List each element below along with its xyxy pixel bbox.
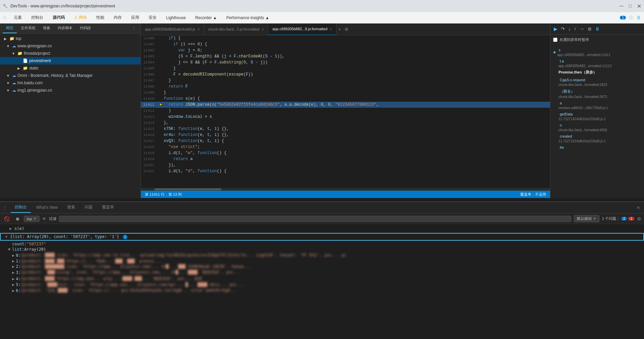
resume-btn[interactable]: ▶ — [553, 26, 558, 32]
recorder-btn[interactable]: Recorder ▲ — [193, 15, 220, 21]
tree-label-omni: Omni - Bookmark, History, & Tab Manager — [17, 73, 93, 78]
cursor-position: 第 11411 行，第 13 列 — [145, 192, 182, 197]
memory-btn[interactable]: 内存 — [111, 14, 124, 21]
exception-label: 在遇到异常时暂停 — [559, 37, 589, 42]
line-num: 11405 — [141, 65, 158, 71]
sources-btn[interactable]: 源代码 — [50, 14, 67, 21]
item5-expand[interactable]: ▶ — [12, 282, 14, 287]
step-btn[interactable]: → — [579, 26, 585, 32]
tab-webpage[interactable]: 网页 — [3, 23, 17, 33]
tab3-close[interactable]: ✕ — [329, 27, 332, 31]
array-item-0: ▶ 0: {product: ████ icon: 'https://amp.c… — [4, 252, 640, 258]
maximize-btn[interactable]: □ — [629, 3, 632, 9]
item4-expand[interactable]: ▶ — [12, 277, 14, 281]
item1-expand[interactable]: ▶ — [12, 259, 14, 263]
eye-icon[interactable]: 👁 — [42, 216, 46, 221]
console-output[interactable]: ▶ s(e) ▼ {list: Array(20), count: '50723… — [0, 224, 644, 339]
line-num: 11421 — [141, 162, 158, 168]
pause-icon[interactable]: ⏸ — [636, 15, 641, 21]
code-area[interactable]: 11400 if) { 11401 if (1 === 0) { 11402 v… — [141, 35, 550, 188]
expanded-result: count: "507237" ▼ list: Array(20) ▶ 0: {… — [0, 241, 644, 294]
settings-icon[interactable]: ⚙ — [629, 14, 633, 21]
result-expand-icon[interactable]: ▼ — [5, 235, 9, 239]
debug-buttons: ▶ ↷ ↓ ↑ → ⊘ ⏸ — [553, 26, 600, 32]
item6-expand[interactable]: ▶ — [12, 288, 14, 293]
tree-item-pinvestment[interactable]: 📄 pinvestment — [0, 57, 141, 64]
element-btn[interactable]: 元素 — [11, 14, 24, 21]
tab-filesystem[interactable]: 文件系统 — [17, 23, 39, 33]
tree-item-omni[interactable]: ▼ ☁ Omni - Bookmark, History, & Tab Mana… — [0, 72, 141, 79]
item0-label: 0: — [16, 253, 20, 258]
list-expand-icon[interactable]: ▼ — [8, 247, 12, 252]
tree-item-baidu[interactable]: ▼ ☁ hm.baidu.com — [0, 79, 141, 87]
tab-whatsnew[interactable]: What's New — [32, 203, 62, 212]
perf-insights-btn[interactable]: Performance insights ▲ — [224, 15, 272, 21]
pause-on-exception-btn[interactable]: ⏸ — [594, 26, 600, 32]
code-line: 11400 if) { — [141, 35, 550, 41]
console-close-btn[interactable]: ✕ — [635, 204, 641, 211]
scrollbar-thumb[interactable] — [154, 188, 221, 190]
item1-value: {product: ████ ███ https://... 76de... █… — [21, 259, 632, 263]
tree-item-domain[interactable]: ▼ ☁ www.qimingpian.cn — [0, 42, 141, 50]
editor-tab-1[interactable]: app.c689305b882ba8cfce69.js ✕ — [141, 23, 204, 35]
line-num: 11403 — [141, 53, 158, 59]
tree-item-project[interactable]: ▼ 📁 finosda/project — [0, 50, 141, 57]
line-num: 11416 — [141, 132, 158, 138]
tab-issues[interactable]: 问题 — [80, 202, 97, 213]
minimize-btn[interactable]: ─ — [620, 3, 623, 9]
tab-menu[interactable]: ⋮ — [130, 23, 138, 33]
refresh-icon[interactable]: ↻ — [3, 14, 7, 21]
console-btn[interactable]: 控制台 — [29, 14, 46, 21]
console-settings-icon[interactable]: ⋮ — [3, 205, 7, 210]
tab1-close[interactable]: ✕ — [197, 28, 200, 31]
editor-tab-2[interactable]: chunk-libs.0acb...5.js:formatted ✕ — [204, 23, 268, 35]
scope-name-getData: getData — [558, 111, 636, 117]
call-stack: ● s app.c689305b882...ormatted:11411 t.a… — [550, 45, 644, 152]
deactivate-btn[interactable]: ⊘ — [587, 26, 592, 32]
step-out-btn[interactable]: ↑ — [573, 26, 577, 32]
code-line-highlighted: 11411 ▶ return JSON.parse(o("5e5062e82f1… — [141, 102, 550, 108]
line-num: 11408 — [141, 84, 158, 90]
close-btn[interactable]: ✕ — [637, 3, 641, 9]
split-editor-btn[interactable]: ⊞ — [343, 27, 350, 32]
item3-expand[interactable]: ▶ — [12, 270, 14, 275]
log-level-selector[interactable]: 默认级别 ▼ — [574, 215, 599, 222]
scope-item-created: created 11.71271424afb16a152bd9.js:1 — [553, 133, 641, 144]
console-settings-gear[interactable]: ⚙ — [637, 216, 641, 222]
tab-overrides[interactable]: 替换 — [40, 23, 54, 33]
tab-overflow-btn[interactable]: » — [336, 27, 343, 32]
tab-console[interactable]: 控制台 — [11, 202, 31, 213]
list-row: ▼ list: Array(20) — [4, 247, 640, 252]
network-warning[interactable]: ⚠ 网络 — [71, 14, 90, 21]
application-btn[interactable]: 应用 — [128, 14, 142, 21]
tree-item-static[interactable]: ▶ 📁 static — [0, 64, 141, 72]
tree-item-top[interactable]: ▶ 📁 top — [0, 35, 141, 42]
performance-btn[interactable]: 性能 — [94, 14, 107, 21]
tab2-close[interactable]: ✕ — [261, 28, 264, 31]
tab-search[interactable]: 搜索 — [63, 202, 79, 213]
debug-controls-header: ▶ ↷ ↓ ↑ → ⊘ ⏸ — [550, 23, 644, 35]
line-num: 11419 — [141, 150, 158, 156]
tab-snippets[interactable]: 代码段 — [76, 23, 94, 33]
tree-label-project: finosda/project — [24, 51, 50, 56]
stop-recording-btn[interactable]: ⏺ — [14, 215, 21, 222]
step-over-btn[interactable]: ↷ — [560, 26, 566, 32]
item0-expand[interactable]: ▶ — [12, 253, 14, 258]
tab-coverage[interactable]: 覆盖率 — [98, 202, 118, 213]
filter-input[interactable] — [59, 216, 571, 222]
step-into-btn[interactable]: ↓ — [568, 26, 571, 32]
clear-console-btn[interactable]: 🚫 — [3, 215, 11, 222]
exception-checkbox[interactable] — [553, 38, 557, 42]
context-selector[interactable]: top ▼ — [24, 216, 40, 222]
tree-item-img1[interactable]: ▼ ☁ img1.qimingpian.cn — [0, 87, 141, 94]
code-line: 11415 x75K: function(e, t, i) {}, — [141, 126, 550, 132]
security-btn[interactable]: 安全 — [146, 14, 159, 21]
editor-tab-3[interactable]: app.c689305b882...9.js:formatted ✕ — [268, 23, 336, 35]
horizontal-scrollbar[interactable] — [141, 188, 550, 191]
item2-expand[interactable]: ▶ — [12, 264, 14, 269]
scope-ref-cgas: chunk-libs.0acb...formatted:2823 — [558, 83, 636, 87]
lighthouse-btn[interactable]: Lighthouse — [163, 15, 189, 21]
line-num: 11400 — [141, 35, 158, 41]
array-item-3: ▶ 3: {product: '███Civing', icon: 'https… — [4, 269, 640, 276]
tab-contentscripts[interactable]: 内容脚本 — [54, 23, 76, 33]
